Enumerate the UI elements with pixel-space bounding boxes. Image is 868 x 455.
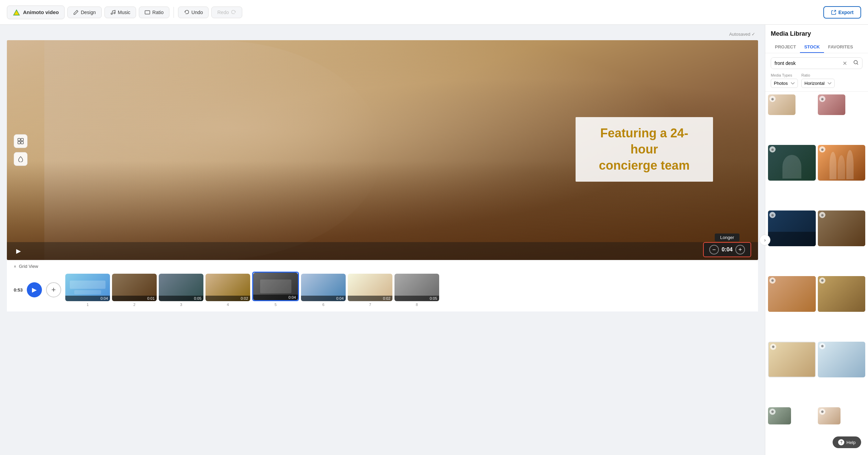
search-bar: ✕ xyxy=(771,57,863,69)
clip-4[interactable]: 0:02 xyxy=(205,274,250,301)
search-clear-button[interactable]: ✕ xyxy=(840,60,850,67)
export-label: Export xyxy=(838,10,854,15)
clip-number-1: 1 xyxy=(87,303,89,307)
media-search-icon-4: ⊕ xyxy=(819,146,825,152)
ratio-button[interactable]: Ratio xyxy=(139,7,169,18)
sidebar-tabs: PROJECT STOCK FAVORITES xyxy=(771,42,863,53)
media-item-5[interactable]: ⊕ xyxy=(768,276,816,312)
sidebar-header: Media Library PROJECT STOCK FAVORITES xyxy=(765,25,868,53)
timeline-area: ∧ Grid View 0:53 ▶ + xyxy=(7,260,758,311)
media-library-sidebar: Media Library PROJECT STOCK FAVORITES ✕ xyxy=(765,25,868,455)
clip-label-3: 0:05 xyxy=(159,296,203,301)
ratio-icon xyxy=(145,10,150,15)
media-item-10[interactable]: ⊕ xyxy=(818,407,841,424)
duration-time: 0:04 xyxy=(722,247,733,253)
timeline-controls-row: 0:53 ▶ + xyxy=(14,272,751,308)
layout-icon xyxy=(18,138,24,144)
clip-container-2: 0:01 2 xyxy=(112,274,157,307)
clip-label-8: 0:05 xyxy=(394,296,439,301)
canvas-text-overlay: Featuring a 24-hour concierge team xyxy=(576,117,713,182)
clip-1[interactable]: 0:04 xyxy=(65,274,110,301)
help-icon: ? xyxy=(838,439,844,445)
clip-label-6: 0:04 xyxy=(301,296,346,301)
layout-icon-button[interactable] xyxy=(14,134,27,148)
media-item-1[interactable]: ⊕ xyxy=(768,145,816,181)
search-submit-button[interactable] xyxy=(850,60,862,67)
canvas-text-line2: concierge team xyxy=(599,158,690,172)
sidebar-filters: Media Types Photos Videos All Ratio Hori… xyxy=(765,73,868,92)
tab-favorites[interactable]: FAVORITES xyxy=(824,42,857,53)
canvas-play-button[interactable]: ▶ xyxy=(14,246,23,256)
duration-decrease-button[interactable]: − xyxy=(709,245,719,254)
design-label: Design xyxy=(81,10,96,15)
play-main-button[interactable]: ▶ xyxy=(27,282,42,297)
media-item-top-1[interactable]: ⊕ xyxy=(768,94,795,115)
app-logo-button[interactable]: Animoto video xyxy=(7,5,65,19)
design-button[interactable]: Design xyxy=(67,7,102,18)
svg-point-3 xyxy=(114,12,115,14)
media-item-top-2[interactable]: ⊕ xyxy=(818,94,845,115)
grid-view-label: Grid View xyxy=(19,264,38,269)
media-item-4[interactable]: ⊕ xyxy=(818,211,866,246)
media-types-filter: Media Types Photos Videos All xyxy=(771,73,798,88)
clip-2[interactable]: 0:01 xyxy=(112,274,157,301)
clip-container-1: 0:04 1 xyxy=(65,274,110,307)
collapse-sidebar-button[interactable]: › xyxy=(759,235,770,246)
media-item-8[interactable]: ⊕ xyxy=(818,342,866,377)
svg-rect-5 xyxy=(18,138,20,141)
ratio-select[interactable]: Horizontal Vertical Square All xyxy=(801,79,835,88)
color-drop-button[interactable] xyxy=(14,152,27,166)
app-name-label: Animoto video xyxy=(23,9,59,15)
tab-project[interactable]: PROJECT xyxy=(771,42,800,53)
media-item-3[interactable]: ⊕ xyxy=(768,211,816,246)
media-item-9[interactable]: ⊕ xyxy=(768,407,791,424)
help-label: Help xyxy=(846,440,856,445)
search-input[interactable] xyxy=(771,58,840,69)
media-grid: ⊕ ⊕ ⊕ ⊕ xyxy=(765,92,868,455)
media-item-2[interactable]: ⊕ xyxy=(818,145,866,181)
duration-increase-button[interactable]: + xyxy=(735,245,745,254)
sidebar-title-row: Media Library xyxy=(771,30,863,42)
media-search-icon-8: ⊕ xyxy=(819,277,825,284)
canvas-text-line1: Featuring a 24-hour xyxy=(600,126,688,156)
export-button[interactable]: Export xyxy=(823,6,861,19)
clip-label-7: 0:02 xyxy=(348,296,392,301)
svg-rect-4 xyxy=(145,11,150,14)
tab-stock[interactable]: STOCK xyxy=(800,42,824,53)
divider xyxy=(174,7,174,18)
clip-3[interactable]: 0:05 xyxy=(159,274,203,301)
clip-number-7: 7 xyxy=(369,303,371,307)
time-display: 0:53 xyxy=(14,287,23,293)
clip-5-active[interactable]: 0:04 xyxy=(252,272,299,301)
pencil-icon xyxy=(73,10,79,15)
music-button[interactable]: Music xyxy=(104,7,136,18)
svg-point-9 xyxy=(854,60,857,64)
media-types-select[interactable]: Photos Videos All xyxy=(771,79,798,88)
sidebar-title: Media Library xyxy=(771,30,811,37)
svg-rect-8 xyxy=(21,141,23,144)
media-item-7[interactable]: ⊕ xyxy=(768,342,816,377)
clip-6[interactable]: 0:04 xyxy=(301,274,346,301)
add-clip-button[interactable]: + xyxy=(46,282,61,297)
duration-control: Longer − 0:04 + xyxy=(703,234,751,257)
clip-container-7: 0:02 7 xyxy=(348,274,392,307)
autosaved-label: Autosaved ✓ xyxy=(729,32,755,37)
main-layout: Autosaved ✓ Featuring a 24-hour concierg… xyxy=(0,25,868,455)
undo-button[interactable]: Undo xyxy=(178,7,209,18)
clip-container-8: 0:05 8 xyxy=(394,274,439,307)
media-search-icon-2: ⊕ xyxy=(819,96,825,102)
help-button[interactable]: ? Help xyxy=(833,436,861,448)
redo-icon xyxy=(231,10,236,15)
media-item-6[interactable]: ⊕ xyxy=(818,276,866,312)
timeline-header: ∧ Grid View xyxy=(14,264,751,269)
clip-7[interactable]: 0:02 xyxy=(348,274,392,301)
media-types-label: Media Types xyxy=(771,73,798,77)
clip-number-3: 3 xyxy=(180,303,182,307)
search-icon xyxy=(853,60,859,65)
redo-button[interactable]: Redo xyxy=(211,7,242,18)
clip-number-5: 5 xyxy=(275,303,277,307)
clip-8[interactable]: 0:05 xyxy=(394,274,439,301)
clip-number-6: 6 xyxy=(322,303,324,307)
music-label: Music xyxy=(118,10,131,15)
redo-label: Redo xyxy=(217,10,229,15)
